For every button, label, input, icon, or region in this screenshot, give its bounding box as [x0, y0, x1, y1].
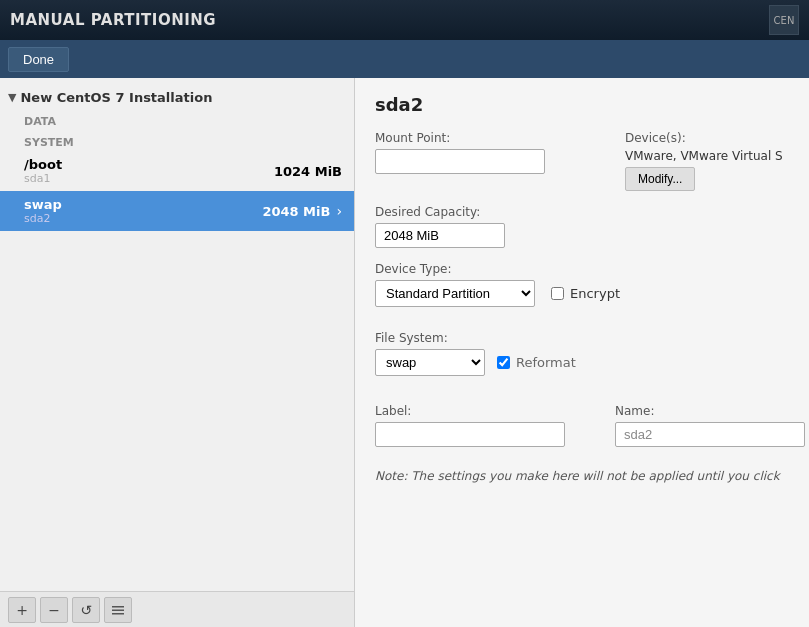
- capacity-group: Desired Capacity:: [375, 205, 505, 248]
- encrypt-label: Encrypt: [570, 286, 620, 301]
- partition-device-boot: sda1: [24, 172, 62, 185]
- partition-title: sda2: [375, 94, 789, 115]
- system-section-label: SYSTEM: [0, 130, 354, 151]
- partition-size-area-swap: 2048 MiB ›: [262, 203, 342, 219]
- capacity-input[interactable]: [375, 223, 505, 248]
- header: MANUAL PARTITIONING CEN: [0, 0, 809, 40]
- filesystem-label: File System:: [375, 331, 789, 345]
- label-group: Label:: [375, 404, 565, 447]
- mount-devices-row: Mount Point: Device(s): VMware, VMware V…: [375, 131, 789, 191]
- note-section: Note: The settings you make here will no…: [375, 467, 789, 485]
- header-logo: CEN: [769, 5, 799, 35]
- refresh-button[interactable]: ↺: [72, 597, 100, 623]
- partition-size-area-boot: 1024 MiB: [274, 164, 342, 179]
- done-button[interactable]: Done: [8, 47, 69, 72]
- devices-label: Device(s):: [625, 131, 783, 145]
- reformat-checkbox[interactable]: [497, 356, 510, 369]
- toolbar: Done: [0, 40, 809, 78]
- encrypt-row: Encrypt: [551, 286, 620, 301]
- reformat-label: Reformat: [516, 355, 576, 370]
- configure-button[interactable]: [104, 597, 132, 623]
- label-input[interactable]: [375, 422, 565, 447]
- installation-header-label: New CentOS 7 Installation: [20, 90, 212, 105]
- partition-list: ▼ New CentOS 7 Installation DATA SYSTEM …: [0, 78, 354, 591]
- right-panel: sda2 Mount Point: Device(s): VMware, VMw…: [355, 78, 809, 627]
- mount-point-label: Mount Point:: [375, 131, 545, 145]
- label-field-label: Label:: [375, 404, 565, 418]
- devices-value: VMware, VMware Virtual S: [625, 149, 783, 163]
- partition-item-boot[interactable]: /boot sda1 1024 MiB: [0, 151, 354, 191]
- svg-rect-0: [112, 606, 124, 608]
- left-bottom-toolbar: + − ↺: [0, 591, 354, 627]
- app-title: MANUAL PARTITIONING: [10, 11, 216, 29]
- collapse-arrow: ▼: [8, 91, 16, 104]
- add-partition-button[interactable]: +: [8, 597, 36, 623]
- devices-section: Device(s): VMware, VMware Virtual S Modi…: [625, 131, 783, 191]
- main-content: ▼ New CentOS 7 Installation DATA SYSTEM …: [0, 78, 809, 627]
- partition-info-swap: swap sda2: [24, 197, 62, 225]
- note-text: Note: The settings you make here will no…: [375, 469, 780, 483]
- svg-rect-1: [112, 609, 124, 611]
- device-type-group: Device Type: Standard Partition LVM LVM …: [375, 262, 789, 321]
- partition-size-swap: 2048 MiB: [262, 204, 330, 219]
- filesystem-controls: swap ext4 ext3 ext2 xfs vfat Reformat: [375, 349, 789, 376]
- encrypt-checkbox[interactable]: [551, 287, 564, 300]
- partition-detail-arrow: ›: [336, 203, 342, 219]
- mount-point-input[interactable]: [375, 149, 545, 174]
- reformat-row: Reformat: [497, 355, 576, 370]
- remove-partition-button[interactable]: −: [40, 597, 68, 623]
- device-type-label: Device Type:: [375, 262, 789, 276]
- name-group: Name:: [615, 404, 805, 447]
- mount-point-group: Mount Point:: [375, 131, 545, 174]
- partition-name-swap: swap: [24, 197, 62, 212]
- partition-device-swap: sda2: [24, 212, 62, 225]
- name-input[interactable]: [615, 422, 805, 447]
- name-field-label: Name:: [615, 404, 805, 418]
- capacity-label: Desired Capacity:: [375, 205, 505, 219]
- partition-name-boot: /boot: [24, 157, 62, 172]
- left-panel: ▼ New CentOS 7 Installation DATA SYSTEM …: [0, 78, 355, 627]
- svg-rect-2: [112, 613, 124, 615]
- device-type-controls: Standard Partition LVM LVM Thin Provisio…: [375, 280, 789, 307]
- label-name-row: Label: Name:: [375, 404, 789, 447]
- modify-button[interactable]: Modify...: [625, 167, 695, 191]
- device-type-select[interactable]: Standard Partition LVM LVM Thin Provisio…: [375, 280, 535, 307]
- installation-header[interactable]: ▼ New CentOS 7 Installation: [0, 86, 354, 109]
- partition-item-swap[interactable]: swap sda2 2048 MiB ›: [0, 191, 354, 231]
- partition-size-boot: 1024 MiB: [274, 164, 342, 179]
- data-section-label: DATA: [0, 109, 354, 130]
- filesystem-group: File System: swap ext4 ext3 ext2 xfs vfa…: [375, 331, 789, 390]
- capacity-row: Desired Capacity:: [375, 205, 789, 248]
- filesystem-select[interactable]: swap ext4 ext3 ext2 xfs vfat: [375, 349, 485, 376]
- partition-info-boot: /boot sda1: [24, 157, 62, 185]
